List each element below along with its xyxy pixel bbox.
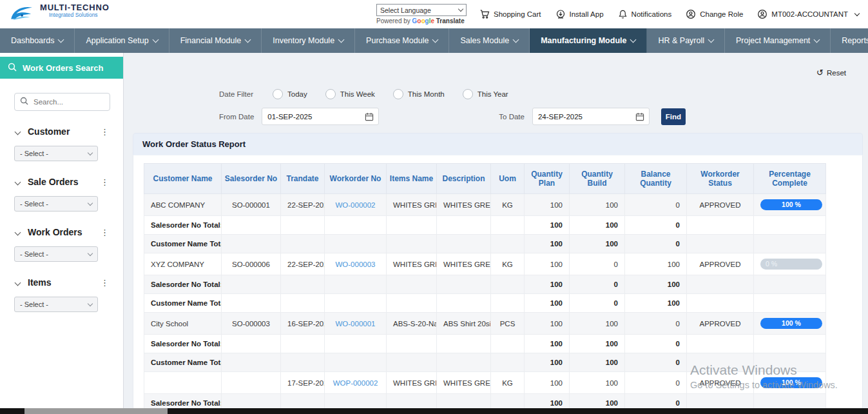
nav-item-purchase-module[interactable]: Purchase Module [355, 28, 449, 53]
nav-item-reports[interactable]: Reports [831, 28, 868, 53]
select-work-orders[interactable]: - Select - [14, 246, 98, 262]
cell-workorder [325, 216, 387, 235]
kebab-menu-icon[interactable]: ⋮ [98, 279, 111, 287]
report-title: Work Order Status Report [133, 133, 863, 155]
kebab-menu-icon[interactable]: ⋮ [98, 228, 111, 237]
report-panel: Work Order Status Report Customer NameSa… [133, 133, 863, 414]
section-label: Work Orders [28, 227, 98, 237]
nav-item-inventory-module[interactable]: Inventory Module [262, 28, 355, 53]
to-date-input[interactable] [533, 113, 631, 121]
cell-balance: 0 [625, 353, 687, 372]
col-header-salesorder-no[interactable]: Salesorder No [222, 164, 281, 194]
cell-trandate: 22-SEP-2025 [281, 194, 325, 216]
radio-label: Today [287, 90, 307, 98]
date-filter-label: Date Filter [219, 90, 253, 98]
col-header-quantity-build[interactable]: Quantity Build [570, 164, 625, 194]
radio-today[interactable]: Today [273, 89, 307, 99]
total-label: Salesorder No Total: [144, 335, 222, 353]
logo-title: MULTI-TECHNO [40, 3, 110, 12]
cell-qty_build: 100 [570, 372, 625, 394]
radio-this-year[interactable]: This Year [463, 89, 508, 99]
cell-uom: KG [491, 194, 525, 216]
search-icon [20, 96, 28, 108]
chevron-down-icon [88, 301, 93, 306]
nav-item-manufacturing-module[interactable]: Manufacturing Module [530, 28, 647, 53]
cell-uom: KG [491, 253, 525, 275]
search-icon [8, 63, 17, 74]
cell-uom [491, 335, 525, 353]
calendar-icon[interactable] [360, 112, 378, 121]
cell-item [387, 353, 437, 372]
nav-item-project-management[interactable]: Project Management [725, 28, 831, 53]
find-button[interactable]: Find [661, 108, 686, 125]
section-header-sale-orders[interactable]: Sale Orders⋮ [14, 177, 111, 187]
select-customer[interactable]: - Select - [14, 146, 98, 161]
cell-status: APPROVED [687, 253, 754, 275]
cell-description [437, 335, 491, 353]
radio-this-week[interactable]: This Week [325, 89, 375, 99]
col-header-balance-quantity[interactable]: Balance Quantity [625, 164, 687, 194]
change-role-button[interactable]: Change Role [686, 9, 743, 19]
report-table-container: Customer NameSalesorder NoTrandateWorkor… [133, 155, 863, 414]
radio-circle [273, 89, 283, 99]
cell-trandate [281, 275, 325, 294]
workorder-link[interactable]: WO-000001 [335, 320, 375, 328]
shopping-cart-button[interactable]: Shopping Cart [479, 9, 541, 19]
workorder-link[interactable]: WO-000002 [335, 201, 375, 209]
chevron-down-icon [15, 179, 21, 185]
percentage-pill: 100 % [760, 199, 822, 210]
sidebar-header: Work Orders Search [0, 57, 123, 79]
nav-item-application-setup[interactable]: Application Setup [75, 28, 169, 53]
horizontal-scrollbar[interactable] [0, 408, 868, 414]
nav-item-label: Application Setup [86, 36, 148, 45]
nav-item-financial-module[interactable]: Financial Module [169, 28, 262, 53]
radio-this-month[interactable]: This Month [393, 89, 445, 99]
reset-button[interactable]: ↺ Reset [816, 68, 846, 77]
workorder-link[interactable]: WOP-000002 [333, 379, 378, 387]
change-role-label: Change Role [700, 10, 743, 18]
nav-item-dashboards[interactable]: Dashboards [0, 28, 75, 53]
col-header-uom[interactable]: Uom [491, 164, 525, 194]
col-header-items-name[interactable]: Items Name [387, 164, 437, 194]
select-items[interactable]: - Select - [14, 297, 98, 312]
cell-balance: 0 [625, 194, 687, 216]
col-header-percentage-complete[interactable]: Percentage Complete [754, 164, 826, 194]
cell-uom: KG [491, 372, 525, 394]
cell-qty_plan: 100 [525, 313, 570, 335]
cell-balance: 0 [625, 335, 687, 353]
col-header-workorder-status[interactable]: Workorder Status [687, 164, 754, 194]
workorder-link[interactable]: WO-000003 [335, 261, 375, 268]
col-header-description[interactable]: Description [437, 164, 491, 194]
kebab-menu-icon[interactable]: ⋮ [98, 178, 111, 186]
chevron-down-icon [15, 279, 21, 286]
sidebar-section-items: Items⋮- Select - [14, 277, 111, 312]
scrollbar-thumb[interactable] [24, 408, 168, 414]
cell-qty_plan: 100 [525, 294, 570, 313]
from-date-input[interactable] [262, 113, 360, 121]
cell-qty_build: 100 [570, 194, 625, 216]
col-header-quantity-plan[interactable]: Quantity Plan [525, 164, 570, 194]
kebab-menu-icon[interactable]: ⋮ [98, 128, 111, 136]
nav-item-sales-module[interactable]: Sales Module [449, 28, 530, 53]
search-input[interactable] [32, 97, 104, 106]
calendar-icon[interactable] [631, 112, 649, 121]
total-label: Customer Name Total: [144, 353, 222, 372]
language-select[interactable]: Select Language [376, 4, 467, 16]
col-header-trandate[interactable]: Trandate [281, 164, 325, 194]
chevron-down-icon [15, 229, 21, 235]
col-header-customer-name[interactable]: Customer Name [144, 164, 222, 194]
cell-description [437, 235, 491, 253]
cell-item [387, 216, 437, 235]
cell-qty_plan: 100 [525, 253, 570, 275]
install-app-button[interactable]: Install App [555, 9, 604, 19]
google-wordmark: Google [412, 17, 434, 25]
section-header-customer[interactable]: Customer⋮ [14, 126, 111, 137]
col-header-workorder-no[interactable]: Workorder No [325, 164, 387, 194]
notifications-button[interactable]: Notifications [618, 9, 672, 19]
select-sale-orders[interactable]: - Select - [14, 196, 98, 212]
section-header-work-orders[interactable]: Work Orders⋮ [14, 227, 111, 237]
chevron-down-icon [15, 128, 21, 135]
nav-item-hr-payroll[interactable]: HR & Payroll [647, 28, 725, 53]
section-header-items[interactable]: Items⋮ [14, 277, 111, 288]
user-account-button[interactable]: MT002-ACCOUNTANT [757, 9, 859, 19]
